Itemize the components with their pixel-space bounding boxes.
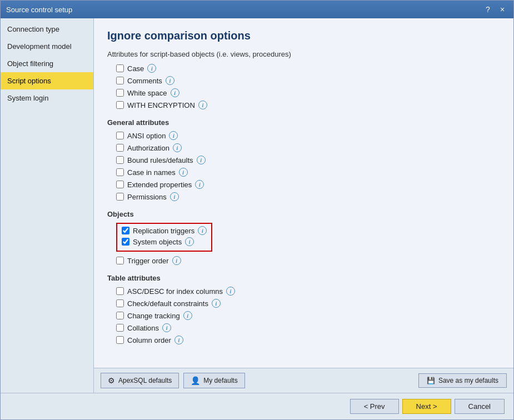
checkbox-white-space: White space i (116, 88, 500, 97)
dialog-body: Connection type Development model Object… (1, 18, 513, 393)
checkbox-permissions: Permissions i (116, 192, 500, 201)
extended-properties-info-icon[interactable]: i (195, 180, 204, 189)
my-defaults-button[interactable]: 👤 My defaults (183, 373, 244, 388)
asc-desc-info-icon[interactable]: i (226, 287, 235, 296)
checkbox-collations: Collations i (116, 323, 500, 332)
checkbox-collations-input[interactable] (116, 324, 124, 332)
checkbox-case-in-names: Case in names i (116, 168, 500, 177)
sidebar-item-system-login[interactable]: System login (1, 89, 93, 107)
system-objects-info-icon[interactable]: i (185, 237, 194, 246)
save-as-my-defaults-button[interactable]: 💾 Save as my defaults (418, 373, 507, 388)
trigger-order-group: Trigger order i (116, 256, 500, 265)
checkbox-bound-rules-input[interactable] (116, 156, 124, 164)
checkbox-case-label: Case (127, 64, 144, 73)
sidebar-item-connection-type[interactable]: Connection type (1, 21, 93, 38)
trigger-order-info-icon[interactable]: i (172, 256, 181, 265)
my-defaults-label: My defaults (203, 377, 237, 384)
objects-section-heading: Objects (107, 210, 500, 218)
change-tracking-info-icon[interactable]: i (183, 311, 192, 320)
checkbox-ansi-option: ANSI option i (116, 131, 500, 140)
title-bar: Source control setup ? × (1, 1, 513, 18)
checkbox-comments-input[interactable] (116, 77, 124, 84)
apexsql-defaults-icon: ⚙ (108, 376, 115, 385)
content-area: Ignore comparison options Attributes for… (94, 18, 513, 368)
checkbox-authorization: Authorization i (116, 143, 500, 152)
checkbox-extended-properties-label: Extended properties (127, 181, 192, 189)
permissions-info-icon[interactable]: i (170, 192, 179, 201)
checkbox-ansi-option-input[interactable] (116, 132, 124, 139)
checkbox-asc-desc-label: ASC/DESC for index columns (127, 287, 223, 296)
table-section-heading: Table attributes (107, 274, 500, 282)
prev-button[interactable]: < Prev (350, 399, 399, 414)
case-info-icon[interactable]: i (147, 64, 156, 73)
case-in-names-info-icon[interactable]: i (179, 168, 188, 177)
checkbox-replication-triggers-input[interactable] (122, 227, 129, 234)
sidebar-item-development-model[interactable]: Development model (1, 38, 93, 55)
column-order-info-icon[interactable]: i (174, 336, 183, 344)
with-encryption-info-icon[interactable]: i (198, 101, 207, 109)
next-button[interactable]: Next > (402, 399, 451, 414)
bottom-toolbar: ⚙ ApexSQL defaults 👤 My defaults 💾 Save … (94, 368, 513, 393)
checkbox-trigger-order-label: Trigger order (127, 257, 169, 265)
check-default-info-icon[interactable]: i (212, 299, 221, 308)
checkbox-authorization-input[interactable] (116, 144, 124, 152)
checkbox-permissions-input[interactable] (116, 193, 124, 201)
checkbox-extended-properties-input[interactable] (116, 181, 124, 188)
close-button[interactable]: × (497, 5, 508, 14)
checkbox-authorization-label: Authorization (127, 144, 169, 152)
save-as-my-defaults-label: Save as my defaults (438, 377, 498, 384)
checkbox-system-objects-label: System objects (133, 238, 182, 246)
checkbox-column-order-input[interactable] (116, 336, 124, 344)
authorization-info-icon[interactable]: i (173, 143, 182, 152)
script-checkboxes-group: Case i Comments i White space i (116, 64, 500, 109)
checkbox-bound-rules: Bound rules/defaults i (116, 156, 500, 164)
checkbox-check-default-label: Check/default constraints (127, 299, 208, 308)
checkbox-case-in-names-label: Case in names (127, 168, 176, 177)
checkbox-change-tracking-label: Change tracking (127, 312, 180, 320)
checkbox-white-space-input[interactable] (116, 89, 124, 97)
bound-rules-info-icon[interactable]: i (197, 156, 206, 164)
checkbox-with-encryption-label: WITH ENCRYPTION (127, 101, 195, 109)
checkbox-change-tracking: Change tracking i (116, 311, 500, 320)
checkbox-case-input[interactable] (116, 64, 124, 72)
checkbox-column-order-label: Column order (127, 336, 171, 344)
checkbox-system-objects: System objects i (122, 237, 207, 246)
checkbox-case-in-names-input[interactable] (116, 168, 124, 176)
table-checkboxes-group: ASC/DESC for index columns i Check/defau… (116, 287, 500, 344)
checkbox-asc-desc: ASC/DESC for index columns i (116, 287, 500, 296)
highlighted-checkboxes-group: Replication triggers i System objects i (116, 223, 212, 252)
footer: < Prev Next > Cancel (1, 393, 513, 419)
checkbox-permissions-label: Permissions (127, 193, 167, 201)
white-space-info-icon[interactable]: i (171, 88, 179, 97)
sidebar-item-script-options[interactable]: Script options (1, 72, 93, 89)
checkbox-change-tracking-input[interactable] (116, 312, 124, 319)
sidebar: Connection type Development model Object… (1, 18, 94, 393)
comments-info-icon[interactable]: i (166, 76, 174, 85)
checkbox-system-objects-input[interactable] (122, 238, 129, 246)
checkbox-check-default: Check/default constraints i (116, 299, 500, 308)
checkbox-asc-desc-input[interactable] (116, 287, 124, 295)
checkbox-case: Case i (116, 64, 500, 73)
checkbox-trigger-order-input[interactable] (116, 257, 124, 264)
ansi-option-info-icon[interactable]: i (169, 131, 178, 140)
checkbox-extended-properties: Extended properties i (116, 180, 500, 189)
checkbox-collations-label: Collations (127, 324, 159, 332)
help-button[interactable]: ? (482, 5, 493, 14)
sidebar-item-object-filtering[interactable]: Object filtering (1, 55, 93, 72)
checkbox-ansi-option-label: ANSI option (127, 132, 166, 140)
checkbox-bound-rules-label: Bound rules/defaults (127, 156, 193, 164)
checkbox-check-default-input[interactable] (116, 299, 124, 307)
page-title: Ignore comparison options (107, 29, 500, 42)
save-icon: 💾 (427, 377, 435, 384)
collations-info-icon[interactable]: i (162, 323, 171, 332)
apexsql-defaults-button[interactable]: ⚙ ApexSQL defaults (101, 373, 179, 388)
general-section-heading: General attributes (107, 118, 500, 127)
script-section-label: Attributes for script-based objects (i.e… (107, 50, 500, 58)
checkbox-with-encryption-input[interactable] (116, 101, 124, 109)
checkbox-replication-triggers: Replication triggers i (122, 226, 207, 235)
checkbox-trigger-order: Trigger order i (116, 256, 500, 265)
general-checkboxes-group: ANSI option i Authorization i Bound rule… (116, 131, 500, 201)
cancel-button[interactable]: Cancel (455, 399, 505, 414)
replication-triggers-info-icon[interactable]: i (198, 226, 207, 235)
checkbox-with-encryption: WITH ENCRYPTION i (116, 101, 500, 109)
